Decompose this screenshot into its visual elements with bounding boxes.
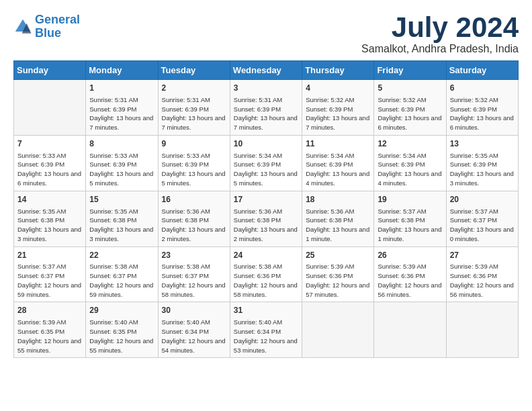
day-info: Sunrise: 5:40 AMSunset: 6:35 PMDaylight:… — [89, 318, 154, 355]
day-info: Sunrise: 5:38 AMSunset: 6:37 PMDaylight:… — [89, 262, 154, 299]
day-info: Sunrise: 5:33 AMSunset: 6:39 PMDaylight:… — [17, 151, 82, 188]
calendar-week-row: 7Sunrise: 5:33 AMSunset: 6:39 PMDaylight… — [14, 135, 519, 191]
day-number: 24 — [234, 250, 298, 261]
calendar-cell — [374, 302, 446, 358]
calendar-cell: 24Sunrise: 5:38 AMSunset: 6:36 PMDayligh… — [230, 246, 302, 302]
day-number: 25 — [306, 250, 370, 261]
logo-text: General Blue — [35, 13, 80, 40]
logo-icon — [13, 17, 32, 36]
day-number: 18 — [306, 194, 370, 205]
day-number: 19 — [378, 194, 442, 205]
day-info: Sunrise: 5:34 AMSunset: 6:39 PMDaylight:… — [234, 151, 298, 188]
calendar-cell: 12Sunrise: 5:34 AMSunset: 6:39 PMDayligh… — [374, 135, 446, 191]
calendar-week-row: 1Sunrise: 5:31 AMSunset: 6:39 PMDaylight… — [14, 80, 519, 136]
calendar-week-row: 21Sunrise: 5:37 AMSunset: 6:37 PMDayligh… — [14, 246, 519, 302]
day-number: 15 — [89, 194, 154, 205]
day-number: 27 — [450, 250, 515, 261]
weekday-header: Thursday — [302, 61, 374, 80]
calendar-cell: 5Sunrise: 5:32 AMSunset: 6:39 PMDaylight… — [374, 80, 446, 136]
calendar-cell: 11Sunrise: 5:34 AMSunset: 6:39 PMDayligh… — [302, 135, 374, 191]
day-number: 2 — [162, 83, 226, 94]
weekday-header: Tuesday — [158, 61, 230, 80]
day-info: Sunrise: 5:36 AMSunset: 6:38 PMDaylight:… — [162, 207, 226, 244]
day-number: 10 — [234, 138, 298, 150]
day-number: 23 — [162, 250, 226, 261]
weekday-header: Monday — [86, 61, 158, 80]
calendar-cell: 29Sunrise: 5:40 AMSunset: 6:35 PMDayligh… — [86, 302, 158, 358]
calendar-cell: 19Sunrise: 5:37 AMSunset: 6:38 PMDayligh… — [374, 191, 446, 246]
day-info: Sunrise: 5:40 AMSunset: 6:34 PMDaylight:… — [234, 318, 298, 355]
day-info: Sunrise: 5:37 AMSunset: 6:37 PMDaylight:… — [450, 207, 515, 244]
day-info: Sunrise: 5:34 AMSunset: 6:39 PMDaylight:… — [378, 151, 442, 188]
calendar-cell: 2Sunrise: 5:31 AMSunset: 6:39 PMDaylight… — [158, 80, 230, 136]
calendar-cell: 26Sunrise: 5:39 AMSunset: 6:36 PMDayligh… — [374, 246, 446, 302]
calendar-cell: 9Sunrise: 5:33 AMSunset: 6:39 PMDaylight… — [158, 135, 230, 191]
day-info: Sunrise: 5:33 AMSunset: 6:39 PMDaylight:… — [89, 151, 154, 188]
calendar-cell: 10Sunrise: 5:34 AMSunset: 6:39 PMDayligh… — [230, 135, 302, 191]
calendar-cell: 7Sunrise: 5:33 AMSunset: 6:39 PMDaylight… — [14, 135, 86, 191]
calendar-cell: 6Sunrise: 5:32 AMSunset: 6:39 PMDaylight… — [446, 80, 518, 136]
day-info: Sunrise: 5:34 AMSunset: 6:39 PMDaylight:… — [306, 151, 370, 188]
calendar-cell: 23Sunrise: 5:38 AMSunset: 6:37 PMDayligh… — [158, 246, 230, 302]
day-info: Sunrise: 5:32 AMSunset: 6:39 PMDaylight:… — [306, 95, 370, 132]
day-number: 4 — [306, 83, 370, 94]
calendar-cell: 4Sunrise: 5:32 AMSunset: 6:39 PMDaylight… — [302, 80, 374, 136]
calendar-cell: 31Sunrise: 5:40 AMSunset: 6:34 PMDayligh… — [230, 302, 302, 358]
day-info: Sunrise: 5:33 AMSunset: 6:39 PMDaylight:… — [162, 151, 226, 188]
day-number: 3 — [234, 83, 298, 94]
day-number: 12 — [378, 138, 442, 150]
calendar-cell: 28Sunrise: 5:39 AMSunset: 6:35 PMDayligh… — [14, 302, 86, 358]
day-info: Sunrise: 5:39 AMSunset: 6:35 PMDaylight:… — [17, 318, 82, 355]
day-number: 31 — [234, 305, 298, 316]
calendar-cell: 13Sunrise: 5:35 AMSunset: 6:39 PMDayligh… — [446, 135, 518, 191]
calendar-cell: 14Sunrise: 5:35 AMSunset: 6:38 PMDayligh… — [14, 191, 86, 246]
day-number: 17 — [234, 194, 298, 205]
day-info: Sunrise: 5:36 AMSunset: 6:38 PMDaylight:… — [306, 207, 370, 244]
weekday-header: Wednesday — [230, 61, 302, 80]
calendar-cell: 27Sunrise: 5:39 AMSunset: 6:36 PMDayligh… — [446, 246, 518, 302]
day-info: Sunrise: 5:39 AMSunset: 6:36 PMDaylight:… — [306, 262, 370, 299]
calendar-cell: 15Sunrise: 5:35 AMSunset: 6:38 PMDayligh… — [86, 191, 158, 246]
weekday-header: Saturday — [446, 61, 518, 80]
day-info: Sunrise: 5:31 AMSunset: 6:39 PMDaylight:… — [89, 95, 154, 132]
day-number: 13 — [450, 138, 515, 150]
day-number: 5 — [378, 83, 442, 94]
calendar-cell: 1Sunrise: 5:31 AMSunset: 6:39 PMDaylight… — [86, 80, 158, 136]
day-number: 11 — [306, 138, 370, 150]
calendar-cell: 30Sunrise: 5:40 AMSunset: 6:34 PMDayligh… — [158, 302, 230, 358]
calendar-cell: 20Sunrise: 5:37 AMSunset: 6:37 PMDayligh… — [446, 191, 518, 246]
weekday-header: Friday — [374, 61, 446, 80]
day-number: 16 — [162, 194, 226, 205]
day-number: 22 — [89, 250, 154, 261]
day-info: Sunrise: 5:37 AMSunset: 6:38 PMDaylight:… — [378, 207, 442, 244]
day-info: Sunrise: 5:36 AMSunset: 6:38 PMDaylight:… — [234, 207, 298, 244]
calendar-table: SundayMondayTuesdayWednesdayThursdayFrid… — [13, 60, 519, 358]
day-info: Sunrise: 5:35 AMSunset: 6:38 PMDaylight:… — [89, 207, 154, 244]
day-info: Sunrise: 5:38 AMSunset: 6:36 PMDaylight:… — [234, 262, 298, 299]
day-info: Sunrise: 5:32 AMSunset: 6:39 PMDaylight:… — [450, 95, 515, 132]
day-info: Sunrise: 5:39 AMSunset: 6:36 PMDaylight:… — [378, 262, 442, 299]
day-number: 9 — [162, 138, 226, 150]
day-number: 30 — [162, 305, 226, 316]
calendar-cell: 25Sunrise: 5:39 AMSunset: 6:36 PMDayligh… — [302, 246, 374, 302]
month-title: July 2024 — [361, 13, 519, 42]
location-subtitle: Samalkot, Andhra Pradesh, India — [361, 43, 519, 55]
day-number: 8 — [89, 138, 154, 150]
page-header: General Blue July 2024 Samalkot, Andhra … — [13, 13, 519, 55]
calendar-cell — [302, 302, 374, 358]
day-info: Sunrise: 5:39 AMSunset: 6:36 PMDaylight:… — [450, 262, 515, 299]
day-number: 29 — [89, 305, 154, 316]
calendar-cell: 17Sunrise: 5:36 AMSunset: 6:38 PMDayligh… — [230, 191, 302, 246]
day-number: 21 — [17, 250, 82, 261]
calendar-cell: 16Sunrise: 5:36 AMSunset: 6:38 PMDayligh… — [158, 191, 230, 246]
day-info: Sunrise: 5:40 AMSunset: 6:34 PMDaylight:… — [162, 318, 226, 355]
day-info: Sunrise: 5:37 AMSunset: 6:37 PMDaylight:… — [17, 262, 82, 299]
day-info: Sunrise: 5:31 AMSunset: 6:39 PMDaylight:… — [162, 95, 226, 132]
calendar-cell — [14, 80, 86, 136]
calendar-cell: 3Sunrise: 5:31 AMSunset: 6:39 PMDaylight… — [230, 80, 302, 136]
day-number: 20 — [450, 194, 515, 205]
day-info: Sunrise: 5:32 AMSunset: 6:39 PMDaylight:… — [378, 95, 442, 132]
calendar-week-row: 14Sunrise: 5:35 AMSunset: 6:38 PMDayligh… — [14, 191, 519, 246]
title-block: July 2024 Samalkot, Andhra Pradesh, Indi… — [361, 13, 519, 55]
weekday-header-row: SundayMondayTuesdayWednesdayThursdayFrid… — [14, 61, 519, 80]
